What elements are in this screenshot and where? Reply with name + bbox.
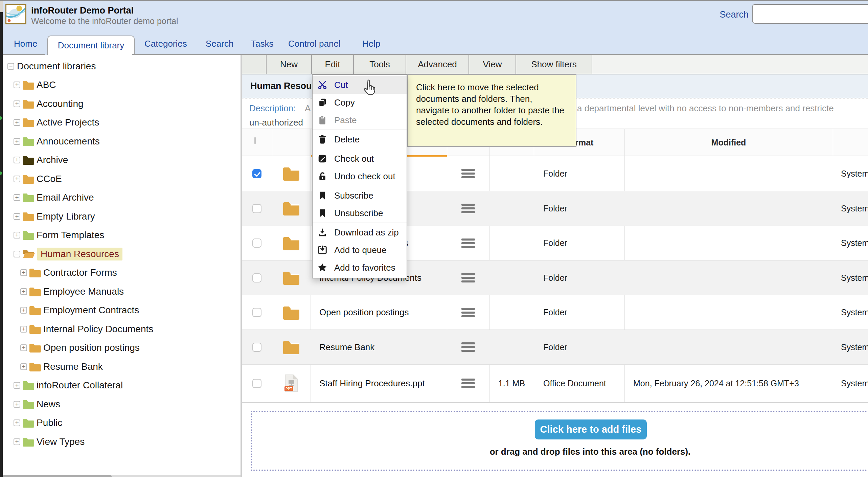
tree-label[interactable]: News bbox=[37, 399, 60, 410]
expand-icon[interactable] bbox=[20, 288, 27, 295]
tab-tasks[interactable]: Tasks bbox=[251, 39, 273, 49]
document-name[interactable]: Staff Hiring Procedures.ppt bbox=[311, 378, 447, 389]
tree-item-open-position-postings[interactable]: Open position postings bbox=[3, 339, 241, 358]
tree-label[interactable]: ABC bbox=[37, 80, 56, 90]
expand-icon[interactable] bbox=[14, 232, 20, 238]
menu-advanced[interactable]: Advanced bbox=[406, 55, 469, 74]
tree-label[interactable]: Contractor Forms bbox=[43, 267, 117, 278]
expand-icon[interactable] bbox=[20, 344, 27, 351]
tab-control-panel[interactable]: Control panel bbox=[288, 39, 341, 49]
menu-item-delete[interactable]: Delete bbox=[313, 131, 407, 148]
expand-icon[interactable] bbox=[14, 382, 20, 389]
search-input[interactable] bbox=[752, 4, 868, 24]
tree-label[interactable]: Public bbox=[37, 417, 62, 428]
tree-item-view-types[interactable]: View Types bbox=[3, 432, 241, 451]
document-name[interactable]: Open position postings bbox=[311, 307, 447, 318]
tree-item-archive[interactable]: Archive bbox=[3, 151, 241, 170]
row-menu-icon[interactable] bbox=[461, 377, 475, 390]
menu-item-download-as-zip[interactable]: Download as zip bbox=[313, 224, 407, 241]
row-checkbox[interactable] bbox=[252, 204, 261, 213]
expand-icon[interactable] bbox=[14, 138, 20, 145]
expand-icon[interactable] bbox=[14, 100, 20, 107]
tree-item-annoucements[interactable]: Annoucements bbox=[3, 132, 241, 151]
row-checkbox-checked[interactable] bbox=[252, 169, 261, 178]
tree-item-internal-policy-documents[interactable]: Internal Policy Documents bbox=[3, 320, 241, 339]
menu-item-unsubscribe[interactable]: Unsubscribe bbox=[313, 204, 407, 222]
tree-label[interactable]: Accounting bbox=[37, 98, 84, 109]
row-menu-icon[interactable] bbox=[461, 306, 475, 319]
tree-label[interactable]: Empty Library bbox=[37, 211, 95, 222]
select-all-checkbox[interactable] bbox=[254, 138, 256, 144]
menu-item-check-out[interactable]: Check out bbox=[313, 150, 407, 167]
menu-tools[interactable]: Tools bbox=[354, 55, 406, 74]
tree-label[interactable]: Form Templates bbox=[37, 230, 104, 241]
menu-item-paste[interactable]: Paste bbox=[313, 111, 407, 129]
tree-label[interactable]: View Types bbox=[37, 436, 85, 447]
expand-icon[interactable] bbox=[14, 157, 20, 163]
collapse-icon[interactable] bbox=[14, 251, 20, 257]
tree-item-active-projects[interactable]: Active Projects bbox=[3, 113, 241, 132]
tab-document-library[interactable]: Document library bbox=[47, 36, 135, 55]
row-menu-icon[interactable] bbox=[461, 167, 475, 180]
table-row[interactable]: PPT Staff Hiring Procedures.ppt 1.1 MB O… bbox=[242, 365, 868, 403]
tab-help[interactable]: Help bbox=[362, 39, 380, 49]
tree-item-accounting[interactable]: Accounting bbox=[3, 94, 241, 113]
expand-icon[interactable] bbox=[14, 419, 20, 426]
tab-home[interactable]: Home bbox=[14, 39, 37, 49]
tree-label[interactable]: Archive bbox=[37, 155, 68, 165]
tab-categories[interactable]: Categories bbox=[144, 39, 187, 49]
tree-label[interactable]: Active Projects bbox=[37, 117, 99, 128]
tree-label[interactable]: CCoE bbox=[37, 174, 62, 184]
row-checkbox[interactable] bbox=[252, 379, 261, 388]
row-checkbox[interactable] bbox=[252, 308, 261, 317]
description-label[interactable]: Description: bbox=[249, 103, 296, 114]
row-checkbox[interactable] bbox=[252, 273, 261, 282]
row-menu-icon[interactable] bbox=[461, 341, 475, 354]
sidebar-hscrollbar-thumb[interactable] bbox=[3, 475, 112, 477]
collapse-icon[interactable] bbox=[7, 63, 14, 70]
row-menu-icon[interactable] bbox=[461, 237, 475, 250]
table-row[interactable]: Resume Bank Folder System bbox=[242, 330, 868, 365]
menu-item-undo-check-out[interactable]: Undo check out bbox=[313, 167, 407, 185]
expand-icon[interactable] bbox=[20, 363, 27, 370]
column-header-modified[interactable]: Modified bbox=[624, 138, 833, 147]
tab-search[interactable]: Search bbox=[206, 39, 233, 49]
tree-item-inforouter-collateral[interactable]: infoRouter Collateral bbox=[3, 376, 241, 395]
expand-icon[interactable] bbox=[20, 307, 27, 314]
table-row[interactable]: Open position postings Folder System bbox=[242, 295, 868, 330]
menu-item-add-to-favorites[interactable]: Add to favorites bbox=[313, 259, 407, 276]
row-checkbox[interactable] bbox=[252, 238, 261, 248]
tree-label[interactable]: Annoucements bbox=[37, 136, 100, 147]
menu-edit[interactable]: Edit bbox=[312, 55, 354, 74]
tree-item-ccoe[interactable]: CCoE bbox=[3, 169, 241, 188]
expand-icon[interactable] bbox=[20, 326, 27, 333]
tree-item-contractor-forms[interactable]: Contractor Forms bbox=[3, 264, 241, 282]
document-name[interactable]: Resume Bank bbox=[311, 342, 447, 353]
expand-icon[interactable] bbox=[14, 194, 20, 201]
menu-item-cut[interactable]: Cut bbox=[313, 76, 407, 94]
tree-item-news[interactable]: News bbox=[3, 395, 241, 414]
tree-item-employee-manuals[interactable]: Employee Manuals bbox=[3, 282, 241, 301]
tree-label[interactable]: Internal Policy Documents bbox=[43, 324, 153, 335]
expand-icon[interactable] bbox=[14, 438, 20, 445]
tree-label[interactable]: Employment Contracts bbox=[43, 305, 139, 316]
file-drop-zone[interactable]: Click here to add files or drag and drop… bbox=[251, 411, 868, 471]
tree-item-resume-bank[interactable]: Resume Bank bbox=[3, 357, 241, 376]
tree-item-form-templates[interactable]: Form Templates bbox=[3, 226, 241, 245]
tree-item-public[interactable]: Public bbox=[3, 414, 241, 433]
expand-icon[interactable] bbox=[14, 401, 20, 408]
expand-icon[interactable] bbox=[14, 213, 20, 220]
tree-label[interactable]: Employee Manuals bbox=[43, 286, 124, 297]
tree-root-document-libraries[interactable]: Document libraries bbox=[3, 57, 241, 76]
tree-item-empty-library[interactable]: Empty Library bbox=[3, 207, 241, 226]
tree-label[interactable]: Email Archive bbox=[37, 192, 94, 203]
row-checkbox[interactable] bbox=[252, 343, 261, 352]
row-menu-icon[interactable] bbox=[461, 202, 475, 215]
row-menu-icon[interactable] bbox=[461, 271, 475, 284]
menu-new[interactable]: New bbox=[267, 55, 312, 74]
expand-icon[interactable] bbox=[14, 119, 20, 126]
menu-view[interactable]: View bbox=[469, 55, 516, 74]
expand-icon[interactable] bbox=[14, 176, 20, 182]
tree-label[interactable]: Document libraries bbox=[17, 61, 96, 72]
menu-item-add-to-queue[interactable]: Add to queue bbox=[313, 241, 407, 259]
